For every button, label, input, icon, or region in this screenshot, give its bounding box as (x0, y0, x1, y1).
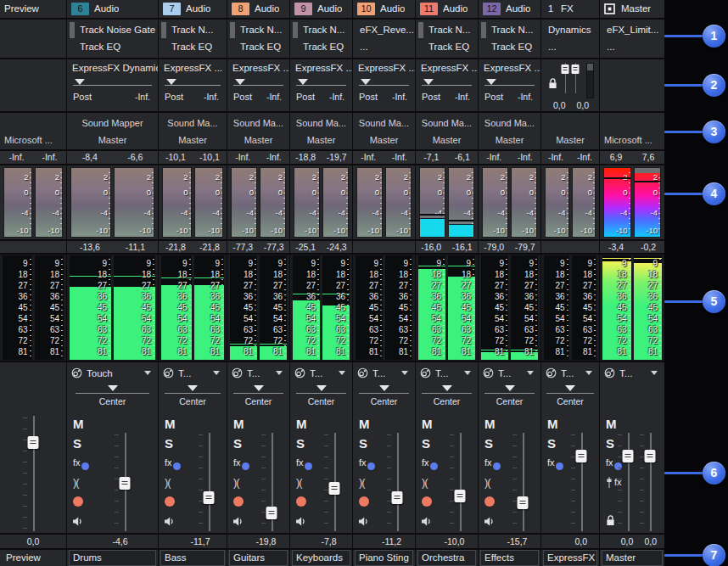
track-header[interactable]: Master (600, 0, 664, 18)
chevron-down-icon[interactable] (339, 371, 345, 375)
pan-control[interactable]: Center (67, 382, 158, 412)
track-header[interactable]: 8Audio (227, 0, 289, 18)
fx-list-scrollbar[interactable] (418, 22, 423, 38)
monitor-button[interactable] (422, 512, 438, 531)
track-label-input[interactable]: Keyboards (292, 550, 350, 566)
track-label-input[interactable]: Effects (480, 550, 539, 566)
phase-invert-button[interactable]: )( (359, 473, 375, 492)
send-tap-mode[interactable]: Post (296, 92, 315, 102)
chevron-down-icon[interactable] (276, 371, 283, 375)
fx-list-scrollbar[interactable] (161, 22, 166, 38)
solo-button[interactable]: S (422, 434, 438, 453)
send-tap-mode[interactable]: Post (233, 92, 252, 102)
fx-plugin-item[interactable]: Track N... (479, 21, 540, 38)
monitor-button[interactable] (233, 512, 249, 531)
chevron-down-icon[interactable] (527, 371, 534, 375)
record-arm-button[interactable] (233, 492, 249, 512)
fader-handle[interactable] (518, 496, 529, 509)
routing-device[interactable]: Sound Ma... (353, 115, 415, 132)
volume-fader[interactable] (639, 433, 661, 531)
volume-fader[interactable] (617, 433, 639, 531)
send-tap-mode[interactable]: Post (484, 92, 503, 102)
express-fx-send-slider[interactable] (290, 73, 352, 90)
routing-device[interactable] (541, 115, 599, 132)
fx-plugin-item[interactable]: eFX_Reve... (353, 21, 415, 38)
express-fx-name[interactable]: ExpressFX ... (159, 59, 227, 73)
chevron-down-icon[interactable] (585, 371, 592, 375)
fader-handle[interactable] (645, 450, 656, 462)
express-fx-name[interactable]: ExpressFX ... (416, 59, 478, 73)
fx-plugin-item[interactable]: Track EQ (227, 38, 289, 55)
pan-control[interactable]: Center (159, 382, 227, 412)
fx-list-scrollbar[interactable] (293, 22, 298, 38)
fader-handle[interactable] (28, 436, 39, 449)
express-fx-send-slider[interactable] (353, 73, 415, 90)
fx-plugin-item[interactable]: Track EQ (416, 38, 478, 55)
routing-bus[interactable]: Master (290, 132, 352, 149)
record-arm-button[interactable] (73, 492, 89, 512)
automation-mode-dropdown[interactable]: T... (600, 362, 664, 382)
fx-bypass-button[interactable]: fx (359, 453, 375, 473)
pan-handle-icon[interactable] (254, 385, 264, 391)
fader-handle[interactable] (120, 477, 131, 490)
send-slider-handle-icon[interactable] (423, 79, 434, 85)
fader-handle[interactable] (576, 450, 587, 462)
automation-mode-dropdown[interactable]: Touch (67, 362, 158, 382)
send-tap-mode[interactable]: Post (73, 92, 92, 102)
monitor-button[interactable] (73, 512, 89, 531)
track-label-input[interactable]: Piano Sting (355, 550, 413, 566)
routing-bus[interactable]: Microsoft ... (600, 132, 664, 149)
track-label-input[interactable]: Guitars (229, 550, 288, 566)
phase-invert-button[interactable]: )( (422, 473, 438, 492)
volume-fader[interactable] (386, 433, 408, 531)
mute-button[interactable]: M (233, 414, 249, 434)
phase-invert-button[interactable]: )( (484, 473, 501, 492)
express-fx-name[interactable]: ExpressFX ... (227, 59, 289, 73)
chevron-down-icon[interactable] (144, 371, 151, 375)
fader-handle[interactable] (392, 491, 403, 504)
express-fx-name[interactable]: ExpressFX ... (290, 59, 352, 73)
volume-fader[interactable] (570, 433, 592, 531)
automation-mode-dropdown[interactable]: T... (541, 362, 599, 382)
mini-fader-handle[interactable] (561, 64, 568, 74)
solo-button[interactable]: S (73, 434, 89, 453)
mute-button[interactable]: M (422, 414, 438, 434)
fx-plugin-item[interactable]: Track EQ (67, 38, 158, 55)
fx-plugin-item[interactable]: ... (541, 38, 599, 55)
express-fx-send-slider[interactable] (416, 73, 478, 90)
pan-control[interactable]: Center (479, 382, 540, 412)
routing-device[interactable]: Sound Ma... (290, 115, 352, 132)
mute-button[interactable]: M (547, 414, 563, 434)
express-fx-name[interactable]: ExpressFX ... (479, 59, 540, 73)
automation-mode-dropdown[interactable]: T... (353, 362, 415, 382)
record-arm-button[interactable] (359, 492, 375, 512)
fx-plugin-item[interactable]: eFX_Limit... (600, 21, 664, 38)
pan-control[interactable]: Center (290, 382, 352, 412)
pan-handle-icon[interactable] (316, 385, 327, 391)
track-header[interactable]: 11Audio (416, 0, 478, 18)
express-fx-send-slider[interactable] (67, 73, 158, 90)
fx-plugin-item[interactable]: Track N... (159, 21, 227, 38)
routing-bus[interactable]: Master (541, 132, 599, 149)
solo-button[interactable]: S (484, 434, 501, 453)
routing-device[interactable]: Sound Ma... (227, 115, 289, 132)
fx-plugin-item[interactable]: Dynamics (541, 21, 599, 38)
automation-mode-dropdown[interactable]: T... (159, 362, 227, 382)
fader-handle[interactable] (204, 491, 215, 504)
mute-button[interactable]: M (484, 414, 501, 434)
record-arm-button[interactable] (422, 492, 438, 512)
routing-device[interactable] (0, 115, 66, 132)
fx-bus-level-bar[interactable] (586, 63, 594, 98)
chevron-down-icon[interactable] (651, 371, 658, 375)
fx-plugin-item[interactable]: Track EQ (290, 38, 352, 55)
express-fx-send-slider[interactable] (479, 73, 540, 90)
record-arm-button[interactable] (296, 492, 312, 512)
phase-invert-button[interactable]: )( (165, 473, 181, 492)
send-tap-mode[interactable]: Post (422, 92, 440, 102)
pan-control[interactable]: Center (541, 382, 599, 412)
routing-bus[interactable]: Master (67, 132, 158, 149)
monitor-button[interactable] (484, 512, 501, 531)
mute-button[interactable]: M (165, 414, 181, 434)
track-header[interactable]: 10Audio (353, 0, 415, 18)
pan-control[interactable]: Center (416, 382, 478, 412)
